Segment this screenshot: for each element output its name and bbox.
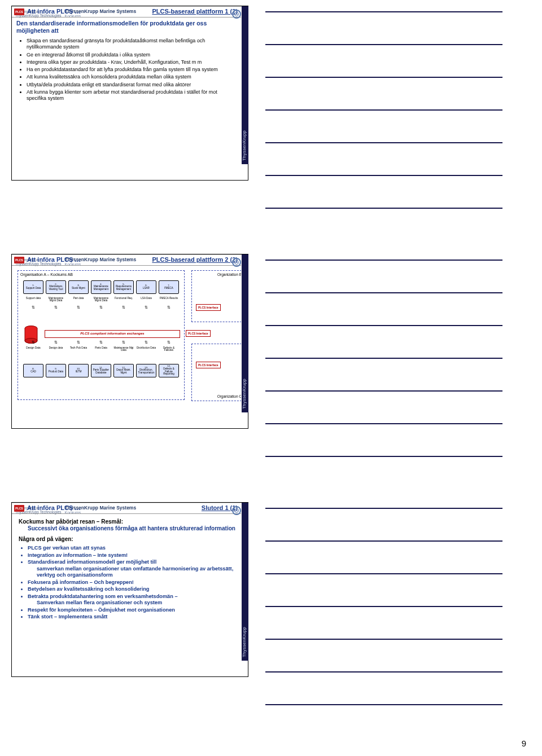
app-box: 3.Stock Mgmt <box>68 280 89 294</box>
bullet: PLCS ger verkan utan att synas <box>28 545 238 552</box>
bullet: Utbyta/dela produktdata enligt ett stand… <box>27 82 238 88</box>
row-2: PLCS Att införa PLCS … PLCS-baserad plat… <box>11 254 525 480</box>
bullet: Att kunna kvalitetssäkra och konsolidera… <box>27 74 238 80</box>
arrow-icon: ⇅ <box>113 305 134 310</box>
org-b-box: Organization B <box>191 270 241 322</box>
note-rule <box>265 208 502 209</box>
note-rule <box>265 606 502 607</box>
slide-header: PLCS Att införa PLCS … PLCS-baserad plat… <box>12 254 241 266</box>
row-1: PLCS Att införa PLCS … PLCS-baserad plat… <box>11 6 525 231</box>
bullet: Integration av information – Inte system… <box>28 552 238 559</box>
data-label: Distribution Data <box>136 347 156 352</box>
org-b-label: Organization B <box>217 272 241 277</box>
data-label: Maintenance Mgmt Data <box>46 297 66 302</box>
arrow-icon: ⇅ <box>159 340 179 345</box>
app-box: 14.Defects & Failure Reporting <box>159 364 179 377</box>
row-3: PLCS Att införa PLCS … Slutord 1 (1) Koc… <box>11 502 525 728</box>
bullet-list: Skapa en standardiserad gränsyta för pro… <box>27 38 238 102</box>
arrow-icon: ⇅ <box>46 340 66 345</box>
plcs-interface: PLCS Interface <box>186 330 211 337</box>
arrow-icon: ⇅ <box>136 340 156 345</box>
arrow-icon: ⇅ <box>23 340 43 345</box>
org-c-box: Organization C <box>191 344 241 401</box>
side-brand-bar: ThyssenKrupp <box>242 254 248 412</box>
tk-logo-icon <box>232 506 241 515</box>
data-label: LSA Data <box>136 297 156 302</box>
notes-col-1 <box>265 6 502 231</box>
slide-header: PLCS Att införa PLCS … PLCS-baserad plat… <box>12 6 241 17</box>
bullet: Att kunna bygga klienter som arbetar mot… <box>27 89 238 102</box>
bullet: Standardiserad informationsmodell ger mö… <box>28 559 238 579</box>
slide-header: PLCS Att införa PLCS … Slutord 1 (1) <box>12 503 241 514</box>
notes-col-2 <box>265 254 502 480</box>
bullet: Respekt för komplexiteten – Ödmjukhet mo… <box>28 607 238 614</box>
data-label: Support data <box>23 297 43 302</box>
arrow-icon: ⇅ <box>68 305 89 310</box>
org-a-label: Organisation A – Kockums AB <box>20 272 73 278</box>
data-label: Parts Data <box>91 347 111 352</box>
app-box: 6.LSAR <box>136 280 156 294</box>
data-label: Design Data <box>23 347 43 352</box>
note-rule <box>265 540 502 542</box>
app-box: 13.Distribution, Transportation <box>136 364 156 377</box>
bullet: Betrakta produktdatahantering som en ver… <box>28 594 238 606</box>
plcs-badge-icon: PLCS <box>14 8 24 15</box>
data-label: Part data <box>68 297 89 302</box>
section-head: Några ord på vägen: <box>19 536 238 543</box>
slide-title-left: Att införa PLCS … <box>27 504 202 512</box>
app-box: 7.FMECA <box>159 280 179 294</box>
app-box: 5.Requirements Management <box>113 280 134 294</box>
bullet: Fokusera på information – Och begreppen! <box>28 579 238 586</box>
bullet: Tänk stort – Implementera smått <box>28 614 238 621</box>
plcs-interface: PLCS Interface <box>196 304 221 311</box>
note-rule <box>265 508 502 509</box>
arrow-icon: ⇅ <box>91 305 111 310</box>
lead-text: Kockums har påbörjat resan – Resmål: <box>19 518 238 526</box>
bullet: Betydelsen av kvalitetssäkring och konso… <box>28 586 238 593</box>
slide-title-left: Att införa PLCS … <box>27 256 152 264</box>
arrow-icon: ⇅ <box>136 305 156 310</box>
data-label: Design data <box>46 347 66 352</box>
app-box: 9.Product Data <box>46 364 66 377</box>
note-rule <box>265 456 502 457</box>
side-brand-text: ThyssenKrupp <box>242 130 247 161</box>
slide-3: PLCS Att införa PLCS … Slutord 1 (1) Koc… <box>11 502 248 677</box>
note-rule <box>265 109 502 111</box>
slide-title-right: PLCS-baserad plattform 1 (2) <box>152 8 238 16</box>
arrow-icon: ⇅ <box>46 305 66 310</box>
arrow-icon: ⇅ <box>23 305 43 310</box>
side-brand-bar: ThyssenKrupp <box>242 6 248 164</box>
plcs-bus: PLCS compliant information exchanges <box>45 330 180 338</box>
note-rule <box>265 423 502 424</box>
tk-logo-icon <box>232 10 241 19</box>
slide-subhead: Den standardiserade informationsmodellen… <box>16 20 238 34</box>
note-rule <box>265 260 502 261</box>
slide-title-right: PLCS-baserad plattform 2 (2) <box>152 256 238 264</box>
data-label: Defects & Failures <box>159 347 179 352</box>
bullet: Ge en integrerad åtkomst till produktdat… <box>27 52 238 58</box>
plcs-badge-icon: PLCS <box>14 505 24 512</box>
data-label: Functional Req. <box>113 297 134 302</box>
note-rule <box>265 142 502 143</box>
data-label: Maintenance Mgt Data <box>113 347 134 352</box>
plcs-interface: PLCS Interface <box>196 362 221 368</box>
slide-2: PLCS Att införa PLCS … PLCS-baserad plat… <box>11 254 248 429</box>
app-box: 4.Maintenance Management <box>91 280 111 294</box>
note-rule <box>265 175 502 176</box>
note-rule <box>265 44 502 45</box>
data-label: Maintenance Mgmt Data <box>91 297 111 302</box>
tk-logo-icon <box>232 258 241 267</box>
app-box: 10.IETM <box>68 364 89 377</box>
arrow-icon: ⇅ <box>113 340 134 345</box>
app-box: 12.Depot Maint. Mgmt <box>113 364 134 377</box>
arrow-icon: ⇅ <box>91 340 111 345</box>
handout-page: PLCS Att införa PLCS … PLCS-baserad plat… <box>0 0 542 756</box>
arrow-icon: ⇅ <box>68 340 89 345</box>
app-box: 2.Maintainers Viewing Tool <box>46 280 66 294</box>
note-rule <box>265 325 502 326</box>
side-brand-text: ThyssenKrupp <box>242 627 247 657</box>
sub-bullet: Samverkan mellan flera organisationer oc… <box>37 600 238 606</box>
plcs-diagram: Organisation A – Kockums AB Organization… <box>16 268 238 403</box>
data-label: FMECA Results <box>159 297 179 302</box>
note-rule <box>265 639 502 640</box>
